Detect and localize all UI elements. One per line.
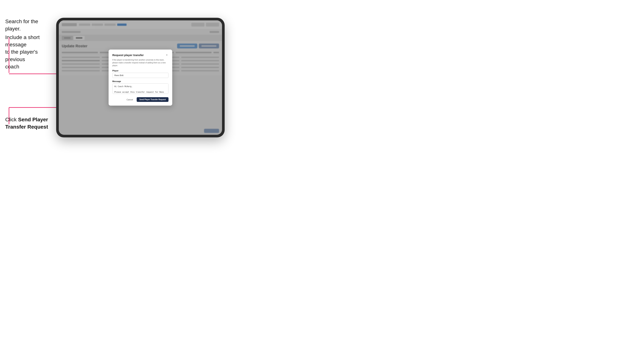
cancel-button[interactable]: Cancel [125,97,135,102]
annotation-click: Click Send PlayerTransfer Request [5,116,50,131]
message-field-label: Message [112,80,168,82]
modal-title: Request player transfer [112,53,144,57]
request-transfer-modal: Request player transfer × If the player … [108,49,172,106]
send-transfer-button[interactable]: Send Player Transfer Request [137,97,168,102]
modal-close-button[interactable]: × [165,53,168,57]
player-field-label: Player [112,70,168,72]
tablet-screen: Update Roster [59,20,222,135]
tablet-device: Update Roster [56,18,225,137]
player-input[interactable] [112,73,168,78]
modal-overlay: Request player transfer × If the player … [59,20,222,135]
annotation-click-bold: Send PlayerTransfer Request [5,117,48,130]
annotation-message: Include a short messageto the player's p… [5,34,54,70]
modal-description: If the player is transferring from anoth… [112,58,168,67]
annotation-search: Search for the player. [5,18,54,32]
message-textarea[interactable]: Hi Coach McHarg, Please accept this tran… [112,83,168,94]
modal-header: Request player transfer × [112,53,168,57]
modal-footer: Cancel Send Player Transfer Request [112,97,168,102]
